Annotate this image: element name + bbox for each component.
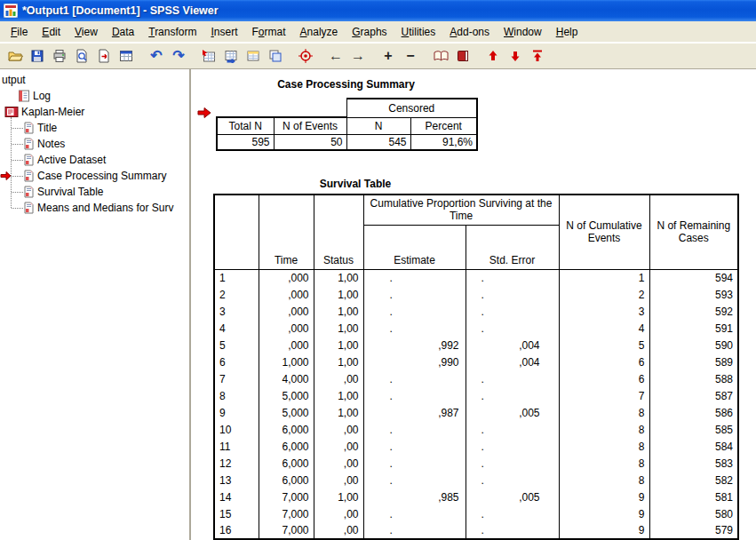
survival-cell: ,992 [363, 337, 466, 353]
tree-item-notes[interactable]: Notes [0, 136, 189, 152]
tree-connector [12, 192, 23, 193]
column-header-n-of-events: N of Events [274, 117, 346, 134]
hide-output-icon[interactable] [452, 45, 473, 67]
expand-outline-icon[interactable]: + [378, 45, 399, 67]
menu-data[interactable]: Data [105, 23, 141, 41]
tree-item-case-processing-summary[interactable]: Case Processing Summary [0, 168, 189, 184]
demote-outline-icon[interactable] [505, 45, 526, 67]
survival-cell: 6,000 [259, 421, 314, 438]
tree-item-utput[interactable]: utput [0, 72, 189, 88]
survival-cell: 590 [649, 337, 738, 353]
next-object-icon[interactable]: → [347, 45, 369, 67]
save-icon[interactable] [27, 45, 48, 67]
promote-outline-icon[interactable] [482, 45, 504, 67]
menu-format[interactable]: Format [245, 23, 293, 41]
tree-connector [12, 144, 23, 145]
n-of-events-value: 50 [274, 134, 346, 150]
menu-window[interactable]: Window [497, 23, 549, 41]
tree-connector [12, 128, 23, 129]
survival-cell: ,00 [314, 438, 363, 455]
tree-item-label: Active Dataset [37, 154, 106, 166]
variables-icon[interactable] [243, 45, 264, 67]
menu-file[interactable]: File [4, 23, 35, 41]
tree-item-title[interactable]: Title [0, 120, 189, 136]
survival-cell: 1 [559, 269, 649, 286]
menu-help[interactable]: Help [549, 23, 585, 41]
survival-table-row: 106,000,00..8585 [214, 421, 738, 438]
menu-graphs[interactable]: Graphs [345, 23, 394, 41]
survival-cell: 5 [559, 337, 649, 353]
survival-cell: . [466, 269, 559, 286]
use-sets-icon[interactable] [265, 45, 286, 67]
output-item-icon [23, 138, 35, 150]
goto-case-icon[interactable] [220, 45, 242, 67]
tree-item-label: Kaplan-Meier [21, 106, 84, 118]
survival-cell: 1,000 [259, 353, 314, 370]
menu-view[interactable]: View [68, 23, 105, 41]
toolbar-separator [138, 45, 145, 67]
menu-analyze[interactable]: Analyze [293, 23, 346, 41]
survival-cell: 1,00 [314, 337, 363, 353]
survival-table-row: 5,0001,00,992,0045590 [214, 337, 738, 353]
survival-cell: 3 [559, 303, 649, 320]
survival-cell: 7,000 [259, 522, 314, 539]
survival-cell: . [466, 320, 559, 337]
survival-cell: . [363, 421, 466, 438]
move-to-top-icon[interactable] [527, 45, 548, 67]
tree-item-label: Title [37, 122, 57, 134]
outline-pane[interactable]: utputLogKaplan-MeierTitleNotesActive Dat… [0, 69, 191, 540]
show-output-icon[interactable] [430, 45, 451, 67]
survival-cell: ,000 [259, 269, 314, 286]
survival-cell: 2 [559, 286, 649, 303]
print-icon[interactable] [49, 45, 70, 67]
survival-cell: 9 [214, 404, 259, 421]
spacer-cell [274, 99, 346, 117]
select-last-output-icon[interactable] [295, 45, 316, 67]
column-header-censored-percent: Percent [410, 117, 477, 134]
title-bar[interactable]: *Output1 [Document1] - SPSS Viewer [0, 0, 756, 21]
output-item-icon [23, 170, 35, 182]
window-title: *Output1 [Document1] - SPSS Viewer [22, 4, 219, 17]
undo-icon[interactable]: ↶ [146, 45, 167, 67]
tree-item-survival-table[interactable]: Survival Table [0, 184, 189, 200]
menu-transform[interactable]: Transform [141, 23, 203, 41]
survival-cell: . [466, 370, 559, 387]
output-pane[interactable]: Case Processing Summary Censored Total N… [191, 69, 756, 540]
survival-cell: . [363, 387, 466, 404]
open-icon[interactable] [4, 45, 26, 67]
survival-cell: 588 [649, 370, 738, 387]
tree-item-log[interactable]: Log [0, 88, 189, 104]
survival-cell: 1,00 [314, 488, 363, 505]
survival-cell: 580 [649, 505, 738, 522]
menu-insert[interactable]: Insert [203, 23, 244, 41]
survival-cell: . [363, 286, 466, 303]
menu-edit[interactable]: Edit [35, 23, 68, 41]
previous-object-icon[interactable]: ← [325, 45, 346, 67]
export-output-icon[interactable] [93, 45, 115, 67]
menu-utilities[interactable]: Utilities [394, 23, 443, 41]
survival-cell: . [363, 303, 466, 320]
tree-item-active-dataset[interactable]: Active Dataset [0, 152, 189, 168]
recall-dialog-icon[interactable] [115, 45, 137, 67]
survival-cell: 1,00 [314, 286, 363, 303]
survival-table-row: 85,0001,00..7587 [214, 387, 738, 404]
survival-cell: 4 [559, 320, 649, 337]
redo-icon[interactable]: ↷ [168, 45, 189, 67]
toolbar: ↶↷←→+− [0, 43, 756, 69]
survival-cell: . [363, 472, 466, 488]
remaining-cases-header: N of Remaining Cases [649, 195, 738, 269]
case-processing-summary-table[interactable]: Censored Total N N of Events N Percent 5… [216, 98, 478, 151]
tree-item-means-and-medians-for-surv[interactable]: Means and Medians for Surv [0, 200, 189, 216]
survival-cell: . [466, 303, 559, 320]
tree-item-kaplan-meier[interactable]: Kaplan-Meier [0, 104, 189, 120]
output-item-icon [23, 202, 35, 214]
survival-cell: ,000 [259, 303, 314, 320]
survival-cell: 9 [559, 522, 649, 539]
print-preview-icon[interactable] [71, 45, 92, 67]
menu-add-ons[interactable]: Add-ons [442, 23, 497, 41]
survival-cell: 1,00 [314, 404, 363, 421]
goto-data-icon[interactable] [198, 45, 219, 67]
tree-connector [12, 176, 23, 177]
collapse-outline-icon[interactable]: − [400, 45, 421, 67]
survival-table[interactable]: Time Status Cumulative Proportion Surviv… [213, 194, 739, 540]
